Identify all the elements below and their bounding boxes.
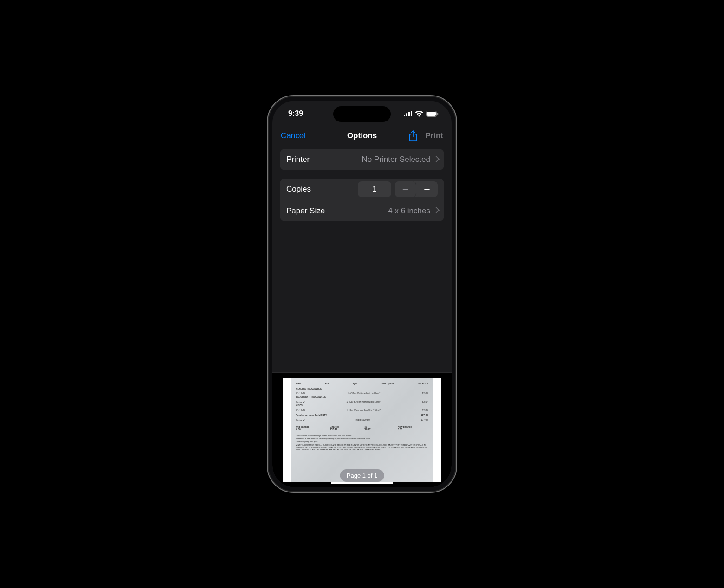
copies-stepper: − +: [395, 181, 438, 197]
wifi-icon: [415, 111, 423, 117]
paper-size-value: 4 x 6 inches: [388, 206, 430, 216]
print-options-group: Copies 1 − + Paper Size 4 x 6 inches: [280, 179, 444, 221]
home-indicator[interactable]: [331, 482, 393, 484]
screen: 9:39 Cancel Options: [272, 101, 452, 487]
silence-switch: [267, 166, 268, 181]
copies-count[interactable]: 1: [358, 181, 391, 197]
cancel-button[interactable]: Cancel: [281, 131, 305, 141]
page-title: Options: [347, 131, 377, 141]
svg-rect-5: [427, 112, 436, 116]
phone-frame: 9:39 Cancel Options: [267, 95, 457, 493]
svg-rect-2: [408, 112, 410, 116]
paper-size-label: Paper Size: [286, 206, 325, 216]
printer-row[interactable]: Printer No Printer Selected: [280, 149, 444, 170]
volume-up-button: [267, 193, 268, 222]
svg-rect-3: [411, 111, 412, 116]
svg-rect-1: [406, 113, 407, 116]
svg-rect-6: [437, 113, 438, 115]
printer-label: Printer: [286, 155, 310, 164]
paper-size-row[interactable]: Paper Size 4 x 6 inches: [280, 200, 444, 221]
copies-decrement-button[interactable]: −: [395, 181, 416, 197]
print-button[interactable]: Print: [425, 131, 443, 141]
battery-icon: [426, 111, 439, 117]
preview-page: Date For Qty Description Net Price GENER…: [283, 378, 441, 482]
svg-rect-0: [404, 115, 405, 116]
copies-row: Copies 1 − +: [280, 179, 444, 200]
page-indicator: Page 1 of 1: [340, 469, 384, 482]
navbar: Cancel Options Print: [272, 127, 452, 149]
power-button: [456, 206, 457, 252]
chevron-right-icon: [434, 208, 438, 214]
printer-group: Printer No Printer Selected: [280, 149, 444, 170]
chevron-right-icon: [434, 157, 438, 163]
print-preview[interactable]: Date For Qty Description Net Price GENER…: [272, 372, 452, 487]
printer-value: No Printer Selected: [362, 155, 430, 164]
copies-increment-button[interactable]: +: [416, 181, 438, 197]
share-icon[interactable]: [408, 130, 418, 141]
volume-down-button: [267, 230, 268, 259]
cellular-icon: [404, 111, 412, 116]
copies-label: Copies: [286, 185, 311, 194]
dynamic-island: [333, 106, 391, 122]
status-time: 9:39: [288, 109, 303, 118]
